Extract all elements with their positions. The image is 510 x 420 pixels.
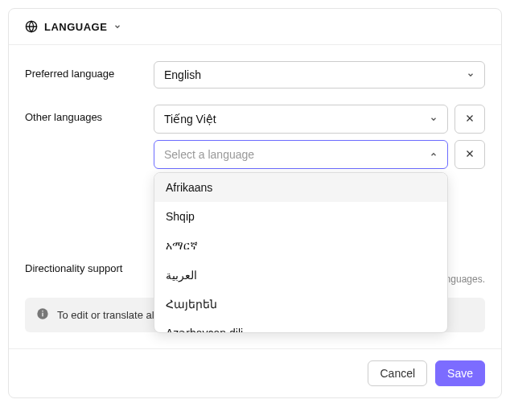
section-header[interactable]: LANGUAGE bbox=[9, 9, 501, 45]
chevron-down-icon bbox=[467, 71, 475, 79]
section-title: LANGUAGE bbox=[44, 21, 107, 33]
other-language-select-0[interactable]: Tiếng Việt bbox=[154, 105, 448, 134]
language-option[interactable]: العربية bbox=[154, 261, 447, 290]
section-body: Preferred language English Other languag… bbox=[9, 45, 501, 348]
language-option[interactable]: Afrikaans bbox=[154, 173, 447, 202]
footer: Cancel Save bbox=[9, 348, 501, 397]
directionality-label: Directionality support bbox=[25, 256, 154, 274]
svg-rect-6 bbox=[42, 313, 43, 317]
globe-icon bbox=[25, 20, 38, 33]
other-language-item: Tiếng Việt bbox=[154, 105, 485, 134]
language-option[interactable]: Հայերեն bbox=[154, 290, 447, 319]
cancel-button[interactable]: Cancel bbox=[368, 360, 427, 386]
info-icon bbox=[36, 307, 49, 323]
chevron-up-icon bbox=[430, 150, 438, 159]
close-icon bbox=[465, 113, 475, 126]
remove-language-button-0[interactable] bbox=[454, 105, 485, 134]
close-icon bbox=[465, 148, 475, 161]
preferred-language-row: Preferred language English bbox=[25, 61, 485, 89]
language-option[interactable]: አማርኛ bbox=[154, 231, 447, 261]
svg-rect-7 bbox=[42, 311, 43, 311]
other-languages-label: Other languages bbox=[25, 105, 154, 123]
other-language-value-0: Tiếng Việt bbox=[164, 113, 216, 126]
other-language-picker-placeholder: Select a language bbox=[164, 148, 254, 161]
remove-language-button-picker[interactable] bbox=[454, 140, 485, 169]
language-dropdown: Afrikaans Shqip አማርኛ العربية Հայերեն Azə… bbox=[154, 172, 448, 333]
language-option[interactable]: Azərbaycan dili bbox=[154, 319, 447, 333]
other-languages-row: Other languages Tiếng Việt bbox=[25, 105, 485, 175]
chevron-down-icon bbox=[430, 115, 438, 123]
other-language-picker-row: Select a language Afrikaans Shqip አማር bbox=[154, 140, 485, 169]
preferred-language-select[interactable]: English bbox=[154, 61, 485, 89]
preferred-language-label: Preferred language bbox=[25, 61, 154, 80]
other-language-picker[interactable]: Select a language bbox=[154, 140, 448, 169]
preferred-language-value: English bbox=[164, 68, 201, 81]
directionality-hint-clipped: nguages. bbox=[446, 274, 485, 285]
language-panel: LANGUAGE Preferred language English Othe… bbox=[8, 8, 502, 398]
chevron-down-icon bbox=[113, 23, 121, 31]
save-button[interactable]: Save bbox=[435, 360, 485, 386]
language-option[interactable]: Shqip bbox=[154, 202, 447, 231]
